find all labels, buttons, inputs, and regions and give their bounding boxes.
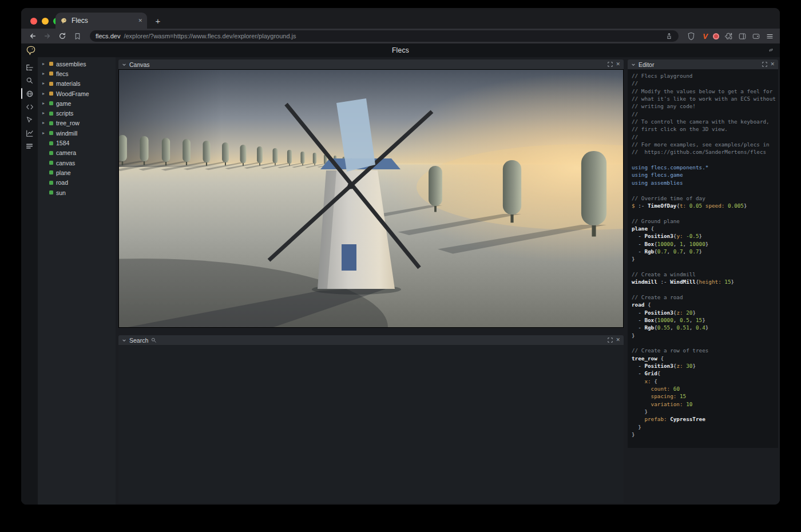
tree-item-flecs[interactable]: ▸flecs xyxy=(38,69,116,78)
code-line[interactable]: } xyxy=(632,431,778,439)
close-window-button[interactable] xyxy=(30,18,37,25)
code-line[interactable] xyxy=(632,340,778,347)
fullscreen-icon[interactable] xyxy=(608,338,613,343)
expand-arrow-icon[interactable]: ▸ xyxy=(42,131,46,136)
code-line[interactable]: using assemblies xyxy=(632,180,778,187)
close-panel-icon[interactable]: ✕ xyxy=(770,62,775,67)
forward-button[interactable] xyxy=(42,30,53,42)
tree-item-windmill[interactable]: ▸windmill xyxy=(38,128,116,138)
code-line[interactable] xyxy=(632,187,778,194)
code-line[interactable]: - Grid{ xyxy=(632,370,778,378)
code-line[interactable]: // Flecs playground xyxy=(632,73,778,80)
code-line[interactable]: // Create a row of trees xyxy=(632,347,778,355)
tree-item-WoodFrame[interactable]: ▸WoodFrame xyxy=(38,89,116,98)
code-line[interactable]: // Create a road xyxy=(632,294,778,301)
expand-arrow-icon[interactable]: ▸ xyxy=(42,72,46,76)
close-panel-icon[interactable]: ✕ xyxy=(616,62,620,67)
code-line[interactable]: using flecs.components.* xyxy=(632,164,778,172)
rail-stats-icon[interactable] xyxy=(21,140,38,153)
code-line[interactable]: } xyxy=(632,256,778,263)
rail-inspector-icon[interactable] xyxy=(21,113,38,126)
code-line[interactable]: plane { xyxy=(632,225,778,233)
rail-search-icon[interactable] xyxy=(21,74,38,87)
code-line[interactable] xyxy=(632,264,778,271)
chevron-down-icon[interactable] xyxy=(122,62,126,67)
minimize-window-button[interactable] xyxy=(42,18,49,25)
code-line[interactable] xyxy=(632,287,778,294)
code-line[interactable]: // xyxy=(632,111,778,118)
tree-item-scripts[interactable]: ▸scripts xyxy=(38,108,116,118)
rail-chart-icon[interactable] xyxy=(21,126,38,140)
code-line[interactable]: // Modify the values below to get a feel… xyxy=(632,88,778,96)
tree-item-sun[interactable]: ▸sun xyxy=(38,188,116,197)
code-line[interactable]: spacing: 15 xyxy=(632,393,778,400)
expand-arrow-icon[interactable]: ▸ xyxy=(42,62,46,66)
editor-panel-header[interactable]: Editor ✕ xyxy=(628,59,778,69)
fullscreen-icon[interactable] xyxy=(762,62,767,67)
expand-arrow-icon[interactable]: ▸ xyxy=(42,92,46,96)
code-line[interactable]: prefab: CypressTree xyxy=(632,416,778,423)
code-line[interactable]: // writing any code! xyxy=(632,103,778,110)
rail-entity-tree-icon[interactable] xyxy=(21,61,38,74)
tree-item-assemblies[interactable]: ▸assemblies xyxy=(38,59,116,69)
tree-item-game[interactable]: ▸game xyxy=(38,98,116,108)
tab-close-icon[interactable]: ✕ xyxy=(138,18,142,23)
code-line[interactable]: // what it's like to work with an ECS wi… xyxy=(632,96,778,103)
code-line[interactable]: // For more examples, see examples/plecs… xyxy=(632,141,778,149)
code-line[interactable]: - Position3{z: 30} xyxy=(632,363,778,370)
code-line[interactable]: - Box{10000, 1, 10000} xyxy=(632,241,778,248)
code-line[interactable] xyxy=(632,157,778,164)
canvas-3d-view[interactable] xyxy=(118,69,624,328)
code-line[interactable]: // xyxy=(632,134,778,141)
side-panel-icon[interactable] xyxy=(738,32,747,41)
search-panel-header[interactable]: Search ✕ xyxy=(118,335,624,345)
code-line[interactable]: } xyxy=(632,332,778,340)
canvas-panel-header[interactable]: Canvas ✕ xyxy=(118,59,624,69)
menu-icon[interactable] xyxy=(766,32,774,41)
tree-item-tree_row[interactable]: ▸tree_row xyxy=(38,118,116,128)
code-line[interactable]: $ :- TimeOfDay{t: 0.05 speed: 0.005} xyxy=(632,203,778,210)
code-line[interactable]: using flecs.game xyxy=(632,172,778,179)
expand-arrow-icon[interactable]: ▸ xyxy=(42,81,46,86)
code-line[interactable]: - Box{10000, 0.5, 15} xyxy=(632,317,778,324)
shield-icon[interactable] xyxy=(685,30,697,42)
code-line[interactable]: } xyxy=(632,424,778,431)
share-link-icon[interactable] xyxy=(767,46,775,54)
tree-item-road[interactable]: ▸road xyxy=(38,178,116,188)
tree-item-canvas[interactable]: ▸canvas xyxy=(38,158,116,168)
code-line[interactable]: } xyxy=(632,408,778,416)
reload-button[interactable] xyxy=(57,30,68,42)
code-line[interactable] xyxy=(632,210,778,217)
code-line[interactable]: // xyxy=(632,80,778,88)
code-line[interactable]: - Rgb{0.7, 0.7, 0.7} xyxy=(632,248,778,256)
tree-item-plane[interactable]: ▸plane xyxy=(38,168,116,177)
code-line[interactable]: road { xyxy=(632,301,778,309)
code-line[interactable]: - Position3{y: -0.5} xyxy=(632,233,778,240)
code-line[interactable]: count: 60 xyxy=(632,386,778,393)
code-line[interactable]: variation: 10 xyxy=(632,401,778,408)
code-line[interactable]: // https://github.com/SanderMertens/flec… xyxy=(632,149,778,156)
new-tab-button[interactable]: + xyxy=(152,14,164,27)
code-line[interactable]: tree_row { xyxy=(632,355,778,363)
code-line[interactable]: // Override time of day xyxy=(632,195,778,203)
code-line[interactable]: // Create a windmill xyxy=(632,271,778,279)
code-line[interactable]: windmill :- WindMill{height: 15} xyxy=(632,279,778,286)
expand-arrow-icon[interactable]: ▸ xyxy=(42,101,46,106)
tree-item-1584[interactable]: ▸1584 xyxy=(38,138,116,148)
code-line[interactable]: - Position3{z: 20} xyxy=(632,309,778,317)
tree-item-materials[interactable]: ▸materials xyxy=(38,79,116,89)
rail-code-icon[interactable] xyxy=(21,100,38,113)
fullscreen-icon[interactable] xyxy=(608,62,613,67)
close-panel-icon[interactable]: ✕ xyxy=(616,338,620,343)
code-line[interactable]: x: { xyxy=(632,378,778,386)
extensions-puzzle-icon[interactable] xyxy=(724,32,733,41)
extension-v-icon[interactable]: V xyxy=(703,32,708,41)
address-bar[interactable]: flecs.dev/explorer/?wasm=https://www.fle… xyxy=(90,30,679,42)
code-line[interactable]: // first click on the 3D view. xyxy=(632,126,778,133)
expand-arrow-icon[interactable]: ▸ xyxy=(42,111,46,116)
bookmark-sidebar-icon[interactable] xyxy=(72,30,83,42)
expand-arrow-icon[interactable]: ▸ xyxy=(42,121,46,125)
chevron-down-icon[interactable] xyxy=(631,62,636,67)
tree-item-camera[interactable]: ▸camera xyxy=(38,148,116,158)
wallet-icon[interactable] xyxy=(752,32,760,41)
